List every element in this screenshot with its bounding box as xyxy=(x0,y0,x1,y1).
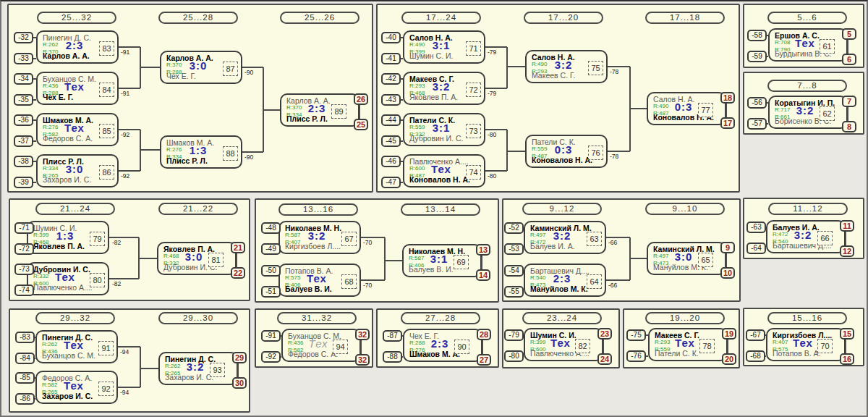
match-node-80[interactable]: Дубровин И. С.R:332R:600Павлюченко А....… xyxy=(27,262,109,295)
match-node-90[interactable]: Чех Е. Г.R:288R:276Шмаков М. А.2:3902827 xyxy=(403,329,482,362)
match-node-85[interactable]: Шмаков М. А.R:276R:582Федоров С. А.Тех85 xyxy=(36,113,119,146)
place-badge: 32 xyxy=(355,354,370,366)
match-node-77[interactable]: Салов Н. А.R:490R:487Коновалов Н. А.0:37… xyxy=(647,92,726,125)
loser-dest-label: -91 xyxy=(121,49,129,56)
place-badge: 20 xyxy=(722,353,736,365)
match-node-87[interactable]: Карлов А. А.R:370R:288Чех Е. Г.3:087 xyxy=(160,51,242,84)
bracket-panel-17-24: 17...2417...2017...18-79-79-80-80-78-78С… xyxy=(376,4,740,193)
match-number: 65 xyxy=(698,253,713,267)
match-number: 70 xyxy=(817,339,833,353)
match-score: 1:3 xyxy=(182,144,215,156)
loser-dest-label: -70 xyxy=(363,282,372,289)
match-node-86[interactable]: Плисс Р. Л.R:334R:265Захаров И. С.3:086 xyxy=(36,154,119,188)
seed-tag: -74 xyxy=(14,285,34,296)
match-node-73[interactable]: Патели С. К.R:559R:332Дубровин И. С.3:17… xyxy=(403,113,485,146)
match-node-62[interactable]: Коратыгин И. П.R:717R:661Борисенко В. С.… xyxy=(768,96,848,129)
bracket-header: 25...26 xyxy=(280,12,359,24)
match-score: Тех xyxy=(57,379,90,392)
place-badge: 9 xyxy=(720,242,735,253)
loser-dest-label: -70 xyxy=(363,239,372,246)
bracket-header: 13...16 xyxy=(278,203,358,216)
bracket-header: 25...28 xyxy=(158,12,238,24)
seed-tag: -80 xyxy=(504,350,524,362)
bracket-panel-29-32: 29...3229...30-94-94Пинегин Д. С.R:262R:… xyxy=(9,308,250,413)
bracket-header: 29...30 xyxy=(158,312,238,324)
seed-tag-hook xyxy=(35,398,35,400)
match-node-89[interactable]: Карлов А. А.R:370R:334Плисс Р. Л.2:38926… xyxy=(280,93,359,127)
match-node-70[interactable]: Киргизбоев Л....R:407R:575Потапов В. А.Т… xyxy=(766,328,846,361)
seed-tag: -33 xyxy=(14,53,33,64)
bracket-header: 31...32 xyxy=(277,312,357,324)
bracket-header: 9...10 xyxy=(645,203,725,215)
match-score: Тех xyxy=(790,37,820,49)
match-number: 90 xyxy=(454,340,469,354)
match-node-84[interactable]: Буханцов С. М.R:436R:288Чех Е. Г.Тех84 xyxy=(36,72,119,105)
match-node-69[interactable]: Николаев М. Н.R:587R:406Балуев В. И.3:16… xyxy=(402,244,482,277)
seed-tag: -52 xyxy=(504,222,524,234)
player-rating: R:582 xyxy=(42,382,57,388)
match-node-71[interactable]: Салов Н. А.R:490R:399Шумин С. И.3:171 xyxy=(403,30,485,64)
match-node-88[interactable]: Шмаков М. А.R:276R:334Плисс Р. Л.1:388 xyxy=(160,135,242,169)
match-score: 3:2 xyxy=(790,104,820,117)
seed-tag: -86 xyxy=(15,393,35,405)
match-score: Тех xyxy=(300,272,333,285)
bracket-panel-15-16: 15...16Киргизбоев Л....R:407R:575Потапов… xyxy=(743,308,864,366)
seed-tag: -39 xyxy=(14,177,33,188)
bracket-panel-9-12: 9...129...10-66-66Каминский Л. М.R:497R:… xyxy=(502,198,741,302)
player-rating: R:472 xyxy=(773,231,788,237)
loser-dest-label: -91 xyxy=(121,90,129,97)
seed-tag: -53 xyxy=(504,243,524,255)
seed-tag-hook xyxy=(767,123,768,125)
seed-tag-hook xyxy=(33,78,36,80)
match-number: 66 xyxy=(817,231,833,245)
match-node-79[interactable]: Шумин С. И.R:399R:468Яковлев П. А.1:379 xyxy=(27,221,109,254)
seed-tag-hook xyxy=(33,119,36,121)
match-node-63[interactable]: Каминский Л. М.R:497R:472Балуев И. А.3:2… xyxy=(524,221,606,254)
match-number: 83 xyxy=(99,41,114,56)
match-score: 3:2 xyxy=(547,59,580,71)
match-node-82[interactable]: Шумин С. И.R:399R:600Павлюченко А....Тех… xyxy=(524,328,603,361)
place-badge: 26 xyxy=(354,93,368,105)
match-node-76[interactable]: Патели С. К.R:559R:487Коновалов Н. А.0:3… xyxy=(525,135,608,168)
seed-tag: -88 xyxy=(383,351,402,363)
bracket-panel-11-12: 11...12Балуев И. А.R:472R:540Барташевич … xyxy=(743,198,864,259)
match-node-75[interactable]: Салов Н. А.R:490R:293Макеев С. Г.3:275 xyxy=(525,50,608,83)
match-node-67[interactable]: Николаев М. Н.R:587R:407Киргизбоев Л....… xyxy=(278,221,361,254)
match-node-74[interactable]: Павлюченко А....R:600R:487Коновалов Н. А… xyxy=(403,154,485,188)
seed-tag: -55 xyxy=(504,286,524,298)
match-node-72[interactable]: Макеев С. Г.R:293R:468Яковлев П. А.3:272 xyxy=(403,72,485,105)
place-badge: 5 xyxy=(842,28,856,40)
seed-tag-hook xyxy=(35,377,35,379)
match-node-65[interactable]: Каминский Л. М.R:497R:473Мануйлов М. К.3… xyxy=(647,242,726,275)
bracket-header: 7...8 xyxy=(767,80,847,92)
match-score: Тех xyxy=(788,337,818,349)
seed-tag: -47 xyxy=(381,177,401,188)
match-node-78[interactable]: Макеев С. Г.R:293R:559Патели С. К.Тех781… xyxy=(648,328,728,361)
match-node-91[interactable]: Пинегин Д. С.R:262R:436Буханцов С. М.Тех… xyxy=(35,330,118,363)
bracket-header: 11...12 xyxy=(768,203,848,215)
match-score: 2:3 xyxy=(58,39,91,51)
match-node-92[interactable]: Федоров С. А.R:582R:265Захаров И. С.Тех9… xyxy=(35,371,118,404)
match-node-94[interactable]: Буханцов С. М.R:436R:582Федоров С. А.Тех… xyxy=(281,329,361,362)
match-score: 3:2 xyxy=(300,229,333,242)
place-badge: 25 xyxy=(354,119,368,130)
loser-dest-label: -78 xyxy=(610,68,618,75)
seed-tag: -83 xyxy=(15,332,35,343)
player-rating: R:497 xyxy=(653,253,668,259)
match-score: 3:1 xyxy=(424,253,454,265)
match-node-66[interactable]: Балуев И. А.R:472R:540Барташевич Д....3:… xyxy=(766,220,846,253)
match-node-68[interactable]: Потапов В. А.R:575R:406Балуев В. И.Тех68 xyxy=(278,264,361,297)
match-node-93[interactable]: Пинегин Д. С.R:262R:265Захаров И. С.3:29… xyxy=(158,352,238,385)
match-score: 3:2 xyxy=(545,229,579,242)
seed-tag-hook xyxy=(33,182,36,183)
player-rating: R:293 xyxy=(655,339,670,345)
match-node-81[interactable]: Яковлев П. А.R:468R:332Дубровин И. С.3:0… xyxy=(157,242,237,275)
match-node-61[interactable]: Ершов А. С.R:708R:790Бурдыгина В. С.Тех6… xyxy=(768,28,848,62)
loser-dest-label: -94 xyxy=(120,389,129,396)
place-badge: 12 xyxy=(840,245,854,257)
match-node-83[interactable]: Пинегин Д. С.R:262R:370Карлов А. А.2:383 xyxy=(36,30,119,64)
loser-dest-label: -82 xyxy=(112,280,121,287)
match-number: 63 xyxy=(587,232,602,246)
match-node-64[interactable]: Барташевич Д....R:540R:473Мануйлов М. К.… xyxy=(524,264,606,297)
seed-tag: -51 xyxy=(261,286,281,298)
